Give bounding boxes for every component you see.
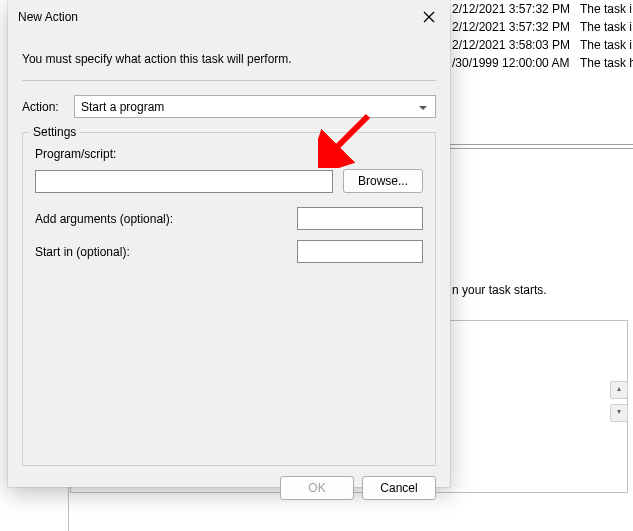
new-action-dialog: New Action You must specify what action … [8,0,450,487]
divider [22,80,436,81]
ok-button[interactable]: OK [280,476,354,500]
dialog-titlebar[interactable]: New Action [8,0,450,34]
arguments-label: Add arguments (optional): [35,212,173,226]
instruction-text: You must specify what action this task w… [22,52,436,66]
scroll-down-button[interactable]: ▾ [610,404,628,422]
table-row: /30/1999 12:00:00 AM The task h [450,54,633,72]
settings-legend: Settings [29,125,80,139]
task-history-table: 2/12/2021 3:57:32 PM The task i 2/12/202… [450,0,633,72]
table-row: 2/12/2021 3:57:32 PM The task i [450,0,633,18]
hint-text-fragment: n your task starts. [452,283,547,297]
dialog-title: New Action [18,10,78,24]
action-dropdown[interactable]: Start a program [74,95,436,118]
action-value: Start a program [81,100,164,114]
browse-button[interactable]: Browse... [343,169,423,193]
action-label: Action: [22,100,66,114]
cancel-button[interactable]: Cancel [362,476,436,500]
table-row: 2/12/2021 3:58:03 PM The task i [450,36,633,54]
resize-handle[interactable] [450,144,633,152]
startin-label: Start in (optional): [35,245,130,259]
close-icon [423,11,435,23]
table-row: 2/12/2021 3:57:32 PM The task i [450,18,633,36]
startin-input[interactable] [297,240,423,263]
settings-fieldset: Settings Program/script: Browse... Add a… [22,132,436,466]
program-input[interactable] [35,170,333,193]
dialog-footer: OK Cancel [8,466,450,512]
arguments-input[interactable] [297,207,423,230]
close-button[interactable] [416,6,442,28]
program-label: Program/script: [35,147,423,161]
scroll-up-button[interactable]: ▴ [610,381,628,399]
